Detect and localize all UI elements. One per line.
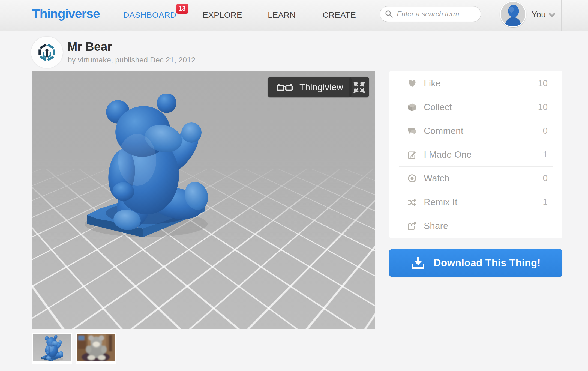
action-like[interactable]: Like 10 bbox=[389, 71, 562, 95]
remix-shuffle-icon bbox=[407, 197, 417, 207]
glasses-icon bbox=[276, 82, 293, 92]
thing-page: Thingiverse DASHBOARD 13 EXPLORE LEARN C… bbox=[0, 0, 588, 371]
action-comment[interactable]: Comment 0 bbox=[389, 119, 562, 143]
thumbnail-render[interactable] bbox=[32, 333, 72, 364]
comment-icon bbox=[407, 126, 417, 136]
share-icon bbox=[407, 221, 417, 231]
remix-count: 1 bbox=[543, 197, 548, 207]
watch-count: 0 bbox=[543, 173, 548, 183]
nav-create[interactable]: CREATE bbox=[323, 10, 356, 20]
model-viewer[interactable]: Thingiview bbox=[32, 71, 375, 329]
author-avatar[interactable] bbox=[31, 37, 63, 68]
bear-3d-model bbox=[81, 94, 212, 242]
download-label: Download This Thing! bbox=[434, 257, 541, 269]
search-input[interactable] bbox=[396, 10, 478, 19]
action-watch[interactable]: Watch 0 bbox=[389, 166, 562, 190]
action-share[interactable]: Share bbox=[389, 214, 562, 238]
heart-icon bbox=[407, 79, 417, 88]
action-remix[interactable]: Remix It 1 bbox=[389, 190, 562, 214]
download-button[interactable]: Download This Thing! bbox=[389, 249, 562, 277]
watch-eye-icon bbox=[407, 173, 417, 183]
thingiverse-logo[interactable]: Thingiverse bbox=[32, 6, 100, 21]
pencil-square-icon bbox=[407, 150, 417, 160]
header-divider bbox=[561, 0, 562, 31]
search-icon bbox=[385, 10, 393, 18]
actions-panel: Like 10 Collect 10 bbox=[389, 71, 562, 238]
thingiview-label: Thingiview bbox=[299, 82, 343, 92]
dashboard-notification-badge[interactable]: 13 bbox=[176, 4, 188, 14]
virtumake-logo bbox=[37, 42, 57, 63]
collect-count: 10 bbox=[538, 102, 548, 112]
thing-title: Mr Bear bbox=[67, 40, 112, 53]
top-nav-bar: Thingiverse DASHBOARD 13 EXPLORE LEARN C… bbox=[0, 0, 588, 31]
comment-count: 0 bbox=[543, 126, 548, 136]
action-i-made-one[interactable]: I Made One 1 bbox=[389, 143, 562, 166]
action-collect[interactable]: Collect 10 bbox=[389, 95, 562, 119]
collect-icon bbox=[407, 102, 417, 112]
made-count: 1 bbox=[543, 149, 548, 160]
thumbnail-photo[interactable] bbox=[76, 333, 116, 364]
nav-learn[interactable]: LEARN bbox=[268, 10, 296, 20]
header-divider bbox=[490, 0, 490, 31]
teddy-photo bbox=[77, 334, 115, 361]
like-count: 10 bbox=[538, 78, 548, 88]
fullscreen-button[interactable] bbox=[349, 77, 369, 97]
search-box bbox=[380, 6, 481, 22]
nav-dashboard[interactable]: DASHBOARD bbox=[123, 10, 176, 20]
chevron-down-icon[interactable] bbox=[549, 13, 555, 18]
thing-byline[interactable]: by virtumake, published Dec 21, 2012 bbox=[68, 56, 196, 64]
download-icon bbox=[411, 256, 425, 270]
nav-explore[interactable]: EXPLORE bbox=[203, 10, 242, 20]
user-menu-label[interactable]: You bbox=[532, 10, 546, 20]
thingiview-button[interactable]: Thingiview bbox=[268, 77, 352, 97]
user-avatar[interactable] bbox=[500, 1, 526, 27]
expand-arrows-icon bbox=[353, 82, 365, 93]
